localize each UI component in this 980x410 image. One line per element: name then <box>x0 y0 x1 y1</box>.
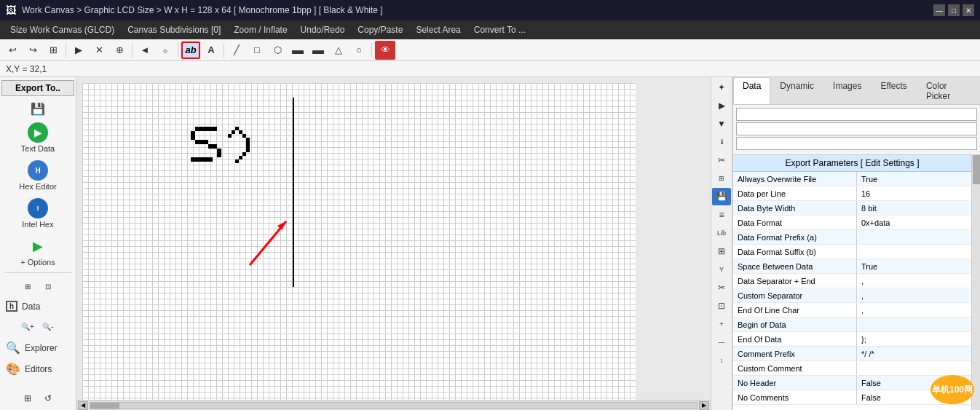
line-button[interactable]: ╱ <box>227 42 246 59</box>
rt-tool-4[interactable]: ℹ <box>712 133 731 151</box>
scroll-thumb[interactable] <box>90 403 119 409</box>
param-value-eol[interactable]: , <box>857 303 971 317</box>
color-button[interactable]: ⬦ <box>156 42 175 59</box>
rt-tool-8[interactable]: ≡ <box>712 206 731 224</box>
sidebar-item-editors[interactable]: 🎨 Editors <box>1 359 74 379</box>
menu-item-zoom[interactable]: Zoom / Inflate <box>228 23 293 36</box>
rt-tool-16[interactable]: ↕ <box>712 352 731 369</box>
svg-rect-30 <box>239 156 242 159</box>
intel-hex-icon: I <box>28 198 48 218</box>
svg-rect-11 <box>208 144 213 149</box>
sidebar-item-intel-hex[interactable]: I Intel Hex <box>1 195 74 232</box>
fill-rect-button[interactable]: ▬ <box>288 42 307 59</box>
param-value-data-per-line[interactable]: 16 <box>857 186 971 200</box>
param-value-separator[interactable]: , <box>857 274 971 288</box>
rt-tool-6[interactable]: ⊞ <box>712 170 731 187</box>
sidebar-item-hex-editor[interactable]: H Hex Editor <box>1 157 74 194</box>
text-tool-button[interactable]: ab <box>181 42 200 59</box>
circle-button[interactable]: ○ <box>349 42 368 59</box>
thick-rect-button[interactable]: ▬ <box>309 42 328 59</box>
right-panel-scrollbar[interactable] <box>971 155 980 410</box>
fill-button[interactable]: ◄ <box>135 42 154 59</box>
font-button[interactable]: A <box>202 42 221 59</box>
sidebar-item-text-data[interactable]: ▶ Text Data <box>1 119 74 156</box>
menu-bar: Size Work Canvas (GLCD) Canvas Subdivisi… <box>0 20 980 39</box>
zoom-in-button[interactable]: 🔍+ <box>18 318 37 335</box>
rt-tool-2[interactable]: ▶ <box>712 97 731 114</box>
param-value-format[interactable]: 0x+data <box>857 216 971 229</box>
rt-tool-10[interactable]: ⊞ <box>712 243 731 260</box>
rt-tool-13[interactable]: ⊡ <box>712 297 731 315</box>
menu-item-convert[interactable]: Convert To ... <box>468 23 532 36</box>
svg-rect-24 <box>242 134 246 138</box>
watermark-text: 单机100网 <box>932 384 973 396</box>
param-value-begin-data[interactable] <box>857 318 971 331</box>
tab-images[interactable]: Images <box>823 77 871 104</box>
minimize-button[interactable]: — <box>933 4 945 16</box>
tab-dynamic[interactable]: Dynamic <box>770 77 823 104</box>
rt-tool-15[interactable]: — <box>712 334 731 351</box>
tab-data[interactable]: Data <box>733 77 770 104</box>
param-value-custom-comment[interactable] <box>857 361 971 375</box>
redo-button[interactable]: ↪ <box>23 42 42 59</box>
param-value-prefix[interactable] <box>857 230 971 244</box>
canvas-inner[interactable] <box>76 77 711 400</box>
rt-tool-5[interactable]: ✂ <box>712 151 731 169</box>
zoom-out-button[interactable]: 🔍- <box>39 318 58 335</box>
refresh-button[interactable]: ↺ <box>39 390 58 407</box>
main-layout: Export To.. 💾 ▶ Text Data H Hex Editor I… <box>0 77 980 410</box>
rt-tool-9[interactable]: Lib <box>712 224 731 242</box>
scroll-right-button[interactable]: ▶ <box>699 401 709 410</box>
small-tool-1[interactable]: ⊞ <box>18 277 37 295</box>
right-input-3[interactable] <box>736 137 977 150</box>
move-button[interactable]: ⊕ <box>110 42 129 59</box>
rect2-button[interactable]: ⬡ <box>268 42 287 59</box>
rect-button[interactable]: □ <box>248 42 266 59</box>
delete-button[interactable]: ✕ <box>90 42 108 59</box>
sidebar-item-explorer[interactable]: 🔍 Explorer <box>1 338 74 358</box>
rt-tool-1[interactable]: ✦ <box>712 79 731 96</box>
scroll-left-button[interactable]: ◀ <box>78 401 88 410</box>
eye-button[interactable]: 👁 <box>375 41 395 60</box>
rt-tool-11[interactable]: Y <box>712 261 731 278</box>
menu-item-canvas[interactable]: Canvas Subdivisions [0] <box>122 23 226 36</box>
export-to-button[interactable]: Export To.. <box>1 80 74 96</box>
tab-effects[interactable]: Effects <box>871 77 916 104</box>
param-row-custom-sep: Custom Separator , <box>733 288 971 303</box>
menu-item-select[interactable]: Select Area <box>410 23 466 36</box>
param-value-end-data[interactable]: }; <box>857 332 971 346</box>
grid-button[interactable]: ⊞ <box>18 390 37 407</box>
right-scroll-thumb[interactable] <box>973 155 980 184</box>
rt-tool-14[interactable]: + <box>712 315 731 333</box>
param-value-byte-width[interactable]: 8 bit <box>857 201 971 215</box>
rt-tool-7[interactable]: 💾 <box>712 188 731 205</box>
menu-item-copy[interactable]: Copy/Paste <box>352 23 408 36</box>
param-value-overwrite[interactable]: True <box>857 172 971 186</box>
right-input-1[interactable] <box>736 108 977 121</box>
close-button[interactable]: ✕ <box>963 4 974 16</box>
select-button[interactable]: ⊞ <box>44 42 63 59</box>
sidebar-item-data[interactable]: h Data <box>1 298 74 315</box>
triangle-button[interactable]: △ <box>329 42 348 59</box>
save-button[interactable]: 💾 <box>30 100 46 117</box>
param-value-comment-prefix[interactable]: */ /* <box>857 347 971 360</box>
left-sidebar: Export To.. 💾 ▶ Text Data H Hex Editor I… <box>0 77 76 410</box>
small-tool-2[interactable]: ⊡ <box>39 277 58 295</box>
param-value-space[interactable]: True <box>857 259 971 273</box>
rt-tool-3[interactable]: ▼ <box>712 115 731 133</box>
rt-tool-12[interactable]: ✂ <box>712 279 731 296</box>
param-value-suffix[interactable] <box>857 245 971 259</box>
scroll-track[interactable] <box>90 402 698 409</box>
horizontal-scrollbar[interactable]: ◀ ▶ <box>76 400 711 410</box>
tab-color-picker[interactable]: Color Picker <box>917 77 980 104</box>
menu-item-undo[interactable]: Undo/Redo <box>295 23 351 36</box>
options-button[interactable]: ▶ + Options <box>1 233 74 269</box>
right-input-2[interactable] <box>736 122 977 135</box>
maximize-button[interactable]: □ <box>948 4 960 16</box>
param-value-custom-sep[interactable]: , <box>857 288 971 302</box>
pointer-button[interactable]: ▶ <box>69 42 88 59</box>
undo-button[interactable]: ↩ <box>3 42 22 59</box>
canvas-container: ◀ ▶ <box>76 77 711 410</box>
menu-item-size[interactable]: Size Work Canvas (GLCD) <box>4 23 120 36</box>
svg-rect-21 <box>232 130 235 134</box>
